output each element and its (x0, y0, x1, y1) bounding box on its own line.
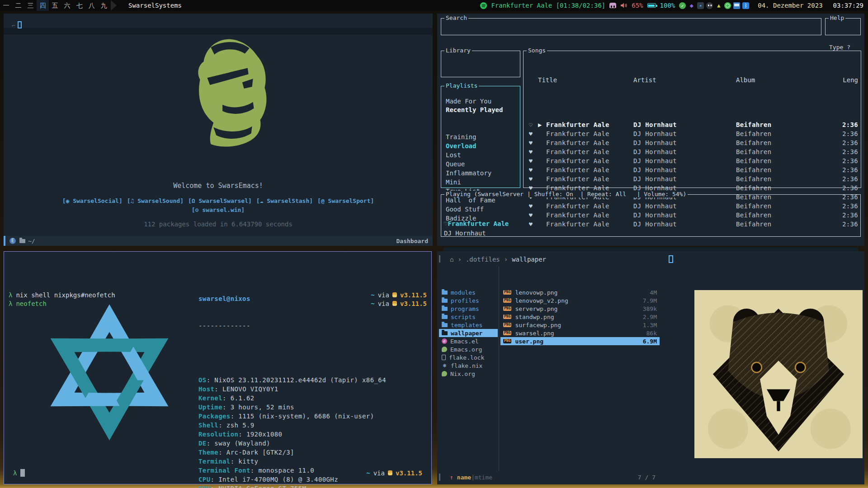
song-title: Frankfurter Aale (546, 166, 633, 174)
dir-row[interactable]: templates (439, 321, 498, 329)
tray-icon[interactable] (724, 2, 731, 9)
dir-name: flake.lock (449, 354, 484, 361)
python-icon (388, 470, 392, 475)
current-artist: DJ Hornhaut (444, 230, 486, 237)
dir-row[interactable]: programs (439, 305, 498, 313)
file-row[interactable]: PNG serverwp.png 389k (500, 305, 660, 313)
song-title: Frankfurter Aale (546, 175, 633, 183)
liked-heart-icon[interactable]: ♥ (524, 131, 538, 137)
song-row[interactable]: ♥ Frankfurter Aale DJ Hornhaut Beifahren… (524, 174, 861, 183)
link-swarselsport[interactable]: [@ SwarselSport] (317, 197, 374, 204)
link-swarselstash[interactable]: [☁ SwarselStash] (256, 197, 313, 204)
song-row[interactable]: ♥ Frankfurter Aale DJ Hornhaut Beifahren… (524, 147, 861, 156)
file-row[interactable]: PNG user.png 6.9M (500, 337, 660, 345)
songs-box: Songs Title Artist Album Leng ♡ ▶ Frankf… (523, 51, 861, 188)
workspace-button[interactable]: 八 (85, 0, 98, 11)
file-row[interactable]: PNG lenovowp.png 4M (500, 288, 660, 296)
column-title[interactable]: Title (538, 76, 633, 84)
playlist-item[interactable]: Overload (442, 141, 519, 150)
liked-heart-icon[interactable]: ♥ (524, 176, 538, 183)
dir-row[interactable]: Emacs.org (439, 345, 498, 353)
link-swarselsocial[interactable]: [◉ SwarselSocial] (62, 197, 123, 204)
breadcrumb-parent[interactable]: .dotfiles (466, 256, 500, 263)
home-icon[interactable]: ⌂ (450, 256, 453, 263)
search-box[interactable]: Search (441, 18, 821, 35)
shell-prompt[interactable]: λ ~ via v3.11.5 (13, 469, 422, 477)
liked-heart-icon[interactable]: ♡ (524, 122, 538, 128)
song-row[interactable]: ♥ Frankfurter Aale DJ Hornhaut Beifahren… (524, 165, 861, 174)
workspace-button[interactable]: 二 (12, 0, 24, 11)
nixos-logo (9, 286, 186, 460)
music-player-window: Search Help Type ? Library Made For YouR… (437, 14, 864, 246)
python-version: v3.11.5 (400, 300, 427, 307)
dir-row[interactable]: profiles (439, 296, 498, 305)
file-row[interactable]: PNG lenovowp_v2.png 7.9M (500, 296, 660, 305)
tray-icon[interactable] (706, 2, 713, 9)
song-album: Beifahren (736, 184, 835, 192)
column-album[interactable]: Album (736, 76, 835, 84)
playlist-item[interactable]: Training (442, 132, 519, 141)
dir-row[interactable]: Nix.org (439, 370, 498, 378)
song-row[interactable]: ♥ Frankfurter Aale DJ Hornhaut Beifahren… (524, 138, 861, 147)
file-size: 7.9M (643, 297, 657, 304)
workspace-button[interactable]: 九 (98, 0, 110, 11)
liked-heart-icon[interactable]: ♥ (524, 167, 538, 174)
png-badge-icon: PNG (503, 323, 511, 327)
workspace-button[interactable]: 四 (37, 0, 49, 11)
dir-row[interactable]: Emacs.el (439, 337, 498, 345)
playlist-item[interactable]: Lost (442, 150, 519, 160)
dir-row[interactable]: wallpaper (439, 329, 498, 337)
link-swarselsound[interactable]: [♫ SwarselSound] (127, 197, 184, 204)
workspace-button[interactable]: 三 (24, 0, 37, 11)
status-items: Frankfurter Aale [01:38/02:36] 65% 100% … (480, 2, 868, 9)
tray-icon[interactable] (715, 2, 722, 9)
song-row[interactable]: ♡ ▶ Frankfurter Aale DJ Hornhaut Beifahr… (524, 120, 861, 129)
song-artist: DJ Hornhaut (633, 166, 736, 174)
dir-row[interactable]: modules (439, 288, 498, 296)
workspace-button[interactable]: 七 (73, 0, 85, 11)
playlist-item[interactable]: Inflammatory (442, 169, 519, 178)
column-length[interactable]: Leng (835, 76, 861, 84)
file-row[interactable]: PNG surfacewp.png 1.3M (500, 321, 660, 329)
playlist-item[interactable]: Mini (442, 178, 519, 187)
neofetch-output: swarsel@nixos ------------- OS : NixOS 2… (198, 276, 386, 488)
dir-row[interactable]: flake.lock (439, 353, 498, 361)
liked-heart-icon[interactable]: ♥ (524, 140, 538, 146)
liked-heart-icon[interactable]: ♥ (524, 158, 538, 164)
tray-icon[interactable] (742, 2, 749, 9)
tray-icon[interactable] (688, 2, 695, 9)
file-size: 4M (650, 289, 657, 296)
now-playing-label: Playing (SwarselServer | Shuffle: On | R… (444, 191, 688, 197)
file-row[interactable]: PNG swarsel.png 86k (500, 329, 660, 337)
info-key: Resolution (198, 430, 238, 439)
song-length: 2:36 (835, 166, 861, 174)
spotify-icon (480, 2, 487, 9)
battery-icon (647, 3, 656, 8)
liked-heart-icon[interactable]: ♥ (524, 149, 538, 155)
sort-field[interactable]: name (457, 474, 471, 481)
system-tray (679, 2, 749, 9)
song-row[interactable]: ♥ Frankfurter Aale DJ Hornhaut Beifahren… (524, 156, 861, 165)
songs-label: Songs (527, 47, 547, 54)
link-swarselswarsel[interactable]: [Ω SwarselSwarsel] (188, 197, 252, 204)
workspace-button[interactable]: 六 (61, 0, 73, 11)
tray-icon[interactable] (679, 2, 686, 9)
playlist-item[interactable]: Queue (442, 160, 519, 169)
sort-alt-field[interactable]: mtime (475, 474, 492, 481)
bridge-icon[interactable] (609, 3, 616, 8)
sort-direction-icon[interactable]: ↑ (450, 474, 453, 481)
dir-row[interactable]: flake.nix (439, 361, 498, 370)
dir-row[interactable]: scripts (439, 313, 498, 321)
volume-level[interactable]: 65% (632, 2, 643, 9)
column-artist[interactable]: Artist (633, 76, 736, 84)
link-swarsel-win[interactable]: [⚙ swarsel.win] (192, 206, 245, 213)
tray-icon[interactable] (733, 2, 740, 9)
tray-icon[interactable] (697, 2, 704, 9)
file-row[interactable]: PNG standwp.png 2.9M (500, 313, 660, 321)
workspace-button[interactable]: 一 (0, 0, 12, 11)
workspace-button[interactable]: 五 (49, 0, 61, 11)
song-row[interactable]: ♥ Frankfurter Aale DJ Hornhaut Beifahren… (524, 129, 861, 138)
now-playing-status[interactable]: Frankfurter Aale [01:38/02:36] (491, 2, 605, 9)
playlists-box: Playlists TrainingOverloadLostQueueInfla… (441, 86, 520, 188)
system-info-list: OS : NixOS 23.11.20231112.e44462d (Tapir… (198, 348, 386, 488)
